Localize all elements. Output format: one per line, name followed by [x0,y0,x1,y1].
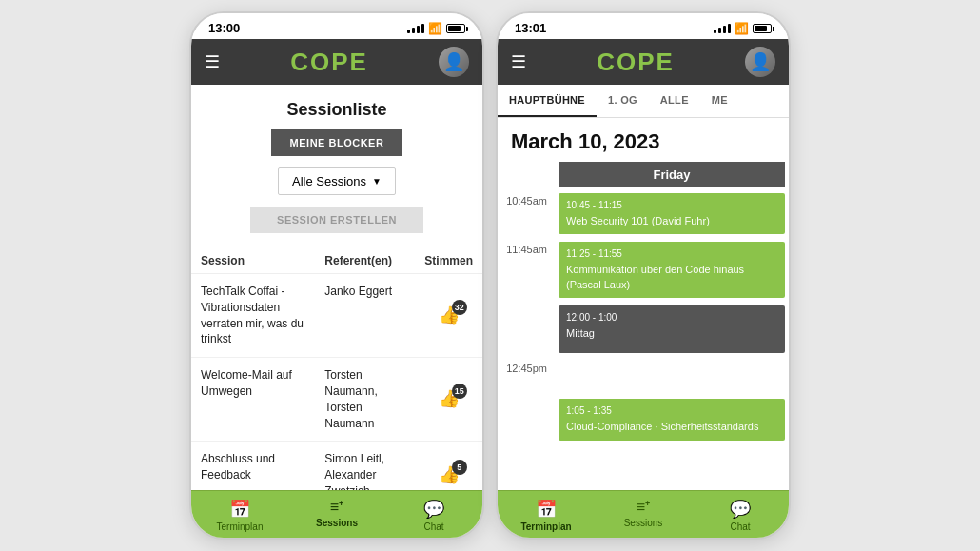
meine-blocker-button[interactable]: MEINE BLOCKER [271,129,403,156]
tab-me[interactable]: ME [700,85,739,117]
dropdown-arrow-icon: ▼ [372,176,382,187]
hamburger-icon-2[interactable]: ☰ [511,51,526,72]
nav-sessions-1[interactable]: ≡+ Sessions [288,491,385,538]
session-block-websecurity[interactable]: 10:45 - 11:15 Web Security 101 (David Fu… [559,193,785,234]
chat-icon-2: 💬 [730,499,751,520]
nav-chat-1[interactable]: 💬 Chat [385,491,482,538]
table-row[interactable]: Welcome-Mail auf Umwegen Torsten Naumann… [191,358,482,442]
avatar-2[interactable]: 👤 [745,47,775,77]
battery-icon-2 [753,24,772,33]
date-heading: March 10, 2023 [498,118,789,162]
hamburger-icon-1[interactable]: ☰ [205,51,220,72]
session-table: Session Referent(en) Stimmen TechTalk Co… [191,248,482,490]
app-title-2: COPE [597,48,675,77]
alle-sessions-dropdown[interactable]: Alle Sessions ▼ [191,167,482,195]
block-title-1: Web Security 101 (David Fuhr) [566,214,777,228]
session-erstellen-button: SESSION ERSTELLEN [250,207,423,233]
screen1-content: Sessionliste MEINE BLOCKER Alle Sessions… [191,85,482,490]
vote-badge: 👍 32 [439,304,460,327]
session-block-mittag[interactable]: 12:00 - 1:00 Mittag [559,305,785,353]
nav-terminplan-2[interactable]: 📅 Terminplan [498,491,595,538]
avatar-img-1: 👤 [439,47,469,77]
chat-icon-1: 💬 [423,499,444,520]
time-label-mittag [498,304,555,359]
block-title-2: Kommunikation über den Code hinaus (Pasc… [566,263,777,292]
screen2-content: March 10, 2023 Friday 10:45am 10:45 - 11… [498,118,789,490]
tabs-row: HAUPTBÜHNE 1. OG ALLE ME [498,85,789,118]
time-label-cloud [498,397,555,445]
time-slot-1045: 10:45am 10:45 - 11:15 Web Security 101 (… [498,191,789,240]
block-title-4: Cloud-Compliance · Sicherheitsstandards [566,420,777,434]
vote-badge: 👍 5 [439,463,460,487]
time-slot-1245: 12:45pm [498,359,789,397]
schedule-content: Friday 10:45am 10:45 - 11:15 Web Securit… [498,162,789,446]
session-block-kommunikation[interactable]: 11:25 - 11:55 Kommunikation über den Cod… [559,242,785,298]
time-slot-mittag: 12:00 - 1:00 Mittag [498,304,789,359]
tab-alle[interactable]: ALLE [649,85,700,117]
session-list-title: Sessionliste [191,85,482,129]
app-title-1: COPE [290,48,368,77]
terminplan-icon-2: 📅 [536,499,557,520]
time-label-1045: 10:45am [498,191,555,240]
battery-icon-1 [446,24,465,33]
nav-sessions-2[interactable]: ≡+ Sessions [595,491,692,538]
vote-count: 5 [452,460,467,475]
table-header-row: Session Referent(en) Stimmen [191,248,482,274]
vote-count: 32 [452,300,467,315]
session-block-cloud[interactable]: 1:05 - 1:35 Cloud-Compliance · Sicherhei… [559,399,785,440]
avatar-1[interactable]: 👤 [439,47,469,77]
block-title-3: Mittag [566,326,777,341]
nav-terminplan-1[interactable]: 📅 Terminplan [191,491,288,538]
alle-sessions-label: Alle Sessions [292,174,366,188]
status-time-1: 13:00 [208,21,240,35]
alle-sessions-btn[interactable]: Alle Sessions ▼ [278,167,396,195]
session-title-cell: Abschluss und Feedback [191,442,315,490]
col-session: Session [191,248,315,274]
phone-screen-1: 13:00 📶 ☰ COPE 👤 Sessionliste MEINE BLOC… [189,11,484,540]
time-label-1145: 11:45am [498,240,555,304]
slot-content-mittag: 12:00 - 1:00 Mittag [555,304,789,359]
block-time-4: 1:05 - 1:35 [566,404,777,418]
status-icons-1: 📶 [407,22,465,35]
signal-icon-1 [407,24,424,33]
col-stimmen: Stimmen [415,248,482,274]
block-time-3: 12:00 - 1:00 [566,311,777,325]
signal-icon-2 [714,24,731,33]
status-icons-2: 📶 [714,22,772,35]
vote-count: 15 [452,384,467,399]
tab-1og[interactable]: 1. OG [597,85,649,117]
sessions-icon-1: ≡+ [330,499,344,516]
slot-content-1045: 10:45 - 11:15 Web Security 101 (David Fu… [555,191,789,240]
terminplan-icon-1: 📅 [229,499,250,520]
sessions-icon-2: ≡+ [637,499,651,516]
bottom-nav-1: 📅 Terminplan ≡+ Sessions 💬 Chat [191,490,482,538]
table-row[interactable]: Abschluss und Feedback Simon Leitl, Alex… [191,442,482,490]
col-referent: Referent(en) [315,248,415,274]
votes-cell: 👍 32 [415,274,482,358]
votes-cell: 👍 5 [415,442,482,490]
status-bar-2: 13:01 📶 [498,13,789,39]
bottom-nav-2: 📅 Terminplan ≡+ Sessions 💬 Chat [498,490,789,538]
tab-hauptbuhne[interactable]: HAUPTBÜHNE [498,85,597,117]
wifi-icon-1: 📶 [428,22,442,35]
votes-cell: 👍 15 [415,358,482,442]
status-bar-1: 13:00 📶 [191,13,482,39]
session-title-cell: TechTalk Coffai - Vibrationsdaten verrat… [191,274,315,358]
app-header-2: ☰ COPE 👤 [498,39,789,85]
session-title-cell: Welcome-Mail auf Umwegen [191,358,315,442]
slot-content-cloud: 1:05 - 1:35 Cloud-Compliance · Sicherhei… [555,397,789,445]
nav-chat-2[interactable]: 💬 Chat [692,491,789,538]
block-time-2: 11:25 - 11:55 [566,247,777,261]
time-slot-cloud: 1:05 - 1:35 Cloud-Compliance · Sicherhei… [498,397,789,445]
referent-cell: Simon Leitl, Alexander Zwetzich [315,442,415,490]
time-slot-1145: 11:45am 11:25 - 11:55 Kommunikation über… [498,240,789,304]
referent-cell: Janko Eggert [315,274,415,358]
block-time-1: 10:45 - 11:15 [566,199,777,212]
app-header-1: ☰ COPE 👤 [191,39,482,85]
slot-content-1245 [555,359,789,397]
avatar-img-2: 👤 [745,47,775,77]
vote-badge: 👍 15 [439,387,460,411]
slot-content-1145: 11:25 - 11:55 Kommunikation über den Cod… [555,240,789,304]
referent-cell: Torsten Naumann, Torsten Naumann [315,358,415,442]
table-row[interactable]: TechTalk Coffai - Vibrationsdaten verrat… [191,274,482,358]
